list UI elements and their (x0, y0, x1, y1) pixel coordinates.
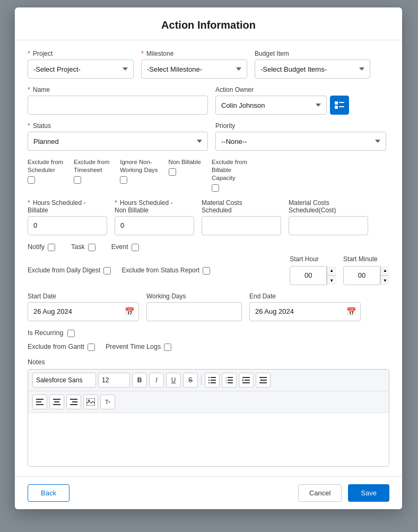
notes-section: Notes Salesforce Sans Arial Times New Ro… (28, 358, 389, 467)
font-size-select[interactable]: 12 8 10 14 16 (98, 373, 130, 388)
notify-row: Notify Task Event (28, 243, 389, 251)
prevent-timelogs-checkbox[interactable] (164, 344, 171, 351)
svg-rect-34 (70, 404, 77, 405)
material-cost-label: Material CostsScheduled(Cost) (289, 199, 368, 214)
start-date-label: Start Date (28, 293, 139, 300)
cancel-button[interactable]: Cancel (298, 484, 342, 502)
priority-label: Priority (215, 122, 386, 130)
align-center-button[interactable] (49, 394, 64, 409)
svg-point-5 (335, 106, 337, 108)
priority-select[interactable]: --None-- (215, 132, 386, 151)
action-owner-icon-btn[interactable] (330, 96, 349, 115)
font-family-select[interactable]: Salesforce Sans Arial Times New Roman (32, 373, 96, 388)
strikethrough-button[interactable]: S (183, 373, 198, 388)
start-date-input[interactable] (28, 302, 139, 321)
budget-item-group: Budget Item -Select Budget Items- (255, 50, 370, 79)
end-date-calendar-icon[interactable]: 📅 (346, 307, 356, 316)
prevent-timelogs-item: Prevent Time Logs (106, 342, 171, 351)
bold-button[interactable]: B (132, 373, 147, 388)
exclude-gantt-label: Exclude from Gantt (28, 343, 84, 350)
exclude-daily-item: Exclude from Daily Digest (28, 266, 111, 274)
exclude-billable-checkbox[interactable] (212, 184, 219, 192)
align-center-icon (53, 399, 60, 405)
event-checkbox[interactable] (132, 244, 139, 251)
exclude-scheduler-checkbox[interactable] (28, 176, 35, 184)
action-owner-select[interactable]: Colin Johnson (215, 96, 327, 115)
exclude-scheduler-group: Exclude fromScheduler (28, 158, 63, 184)
project-select[interactable]: -Select Project- (28, 59, 134, 79)
back-button[interactable]: Back (28, 484, 69, 502)
svg-rect-20 (242, 382, 250, 383)
material-cost-input[interactable] (289, 216, 368, 235)
working-days-label: Working Days (146, 293, 242, 300)
outdent-button[interactable] (256, 373, 271, 388)
start-minute-up[interactable]: ▲ (380, 266, 389, 276)
toolbar-row1: Salesforce Sans Arial Times New Roman 12… (28, 370, 389, 391)
start-hour-input[interactable] (290, 266, 327, 285)
toolbar-row2: Tx (28, 391, 389, 413)
working-days-group: Working Days (146, 293, 242, 321)
notify-checkbox[interactable] (48, 244, 55, 251)
exclude-timesheet-label: Exclude fromTimesheet (74, 158, 109, 174)
start-hour-down[interactable]: ▼ (327, 276, 336, 285)
exclude-daily-label: Exclude from Daily Digest (28, 267, 100, 274)
status-select[interactable]: Planned (28, 132, 208, 151)
recurring-checkbox[interactable] (67, 330, 75, 337)
svg-rect-29 (53, 399, 60, 400)
exclude-daily-checkbox[interactable] (103, 267, 111, 274)
exclude-status-checkbox[interactable] (203, 267, 210, 274)
start-date-calendar-icon[interactable]: 📅 (125, 307, 135, 316)
task-checkbox[interactable] (88, 244, 95, 251)
svg-marker-21 (242, 379, 244, 381)
ignore-nonworking-checkbox[interactable] (120, 176, 127, 184)
notes-editor-area[interactable] (28, 413, 389, 466)
budget-item-select[interactable]: -Select Budget Items- (255, 59, 370, 79)
checkboxes-row: Exclude fromScheduler Exclude fromTimesh… (28, 158, 389, 192)
working-days-input[interactable] (146, 302, 242, 321)
exclude-gantt-checkbox[interactable] (88, 344, 95, 351)
image-button[interactable] (83, 394, 98, 409)
date-row: Start Date 📅 Working Days End Date 📅 (28, 293, 389, 321)
modal-title: Action Information (28, 19, 389, 31)
indent-button[interactable] (239, 373, 254, 388)
underline-button[interactable]: U (166, 373, 181, 388)
material-scheduled-input[interactable] (202, 216, 281, 235)
start-minute-input[interactable] (343, 266, 380, 285)
hours-non-billable-input[interactable] (115, 216, 194, 235)
svg-rect-6 (211, 377, 216, 378)
non-billable-label: Non Billable (169, 158, 201, 166)
notify-item: Notify (28, 243, 55, 251)
task-label: Task (71, 243, 85, 251)
start-minute-down[interactable]: ▼ (380, 276, 389, 285)
milestone-required-star: * (141, 50, 144, 57)
align-right-button[interactable] (66, 394, 81, 409)
start-hour-arrows: ▲ ▼ (327, 266, 336, 285)
unordered-list-button[interactable] (205, 373, 220, 388)
milestone-select[interactable]: -Select Milestone- (141, 59, 247, 79)
start-date-wrap: 📅 (28, 302, 139, 321)
end-date-input[interactable] (249, 302, 361, 321)
non-billable-checkbox[interactable] (169, 168, 176, 176)
exclude-timesheet-checkbox[interactable] (74, 176, 81, 184)
exclude-billable-label: Exclude fromBillableCapacity (212, 158, 247, 182)
align-left-button[interactable] (32, 394, 47, 409)
ordered-list-button[interactable]: 1.2.3. (222, 373, 237, 388)
ignore-nonworking-label: Ignore Non-Working Days (120, 158, 158, 174)
hours-billable-group: * Hours Scheduled -Billable (28, 199, 107, 235)
start-minute-spinbox: ▲ ▼ (343, 266, 389, 285)
svg-rect-13 (228, 380, 233, 381)
name-required-star: * (28, 86, 30, 93)
hours-billable-input[interactable] (28, 216, 107, 235)
gantt-row: Exclude from Gantt Prevent Time Logs (28, 342, 389, 351)
project-label: * Project (28, 50, 134, 57)
start-hour-up[interactable]: ▲ (327, 266, 336, 276)
save-button[interactable]: Save (348, 484, 389, 502)
clear-format-button[interactable]: Tx (100, 394, 115, 409)
italic-button[interactable]: I (149, 373, 164, 388)
material-scheduled-group: Material CostsScheduled (202, 199, 281, 235)
exclude-status-label: Exclude from Status Report (121, 267, 199, 274)
svg-rect-19 (245, 380, 250, 381)
name-input[interactable] (28, 96, 208, 115)
action-owner-group: Action Owner Colin Johnson (215, 86, 349, 115)
svg-text:3.: 3. (225, 382, 227, 383)
